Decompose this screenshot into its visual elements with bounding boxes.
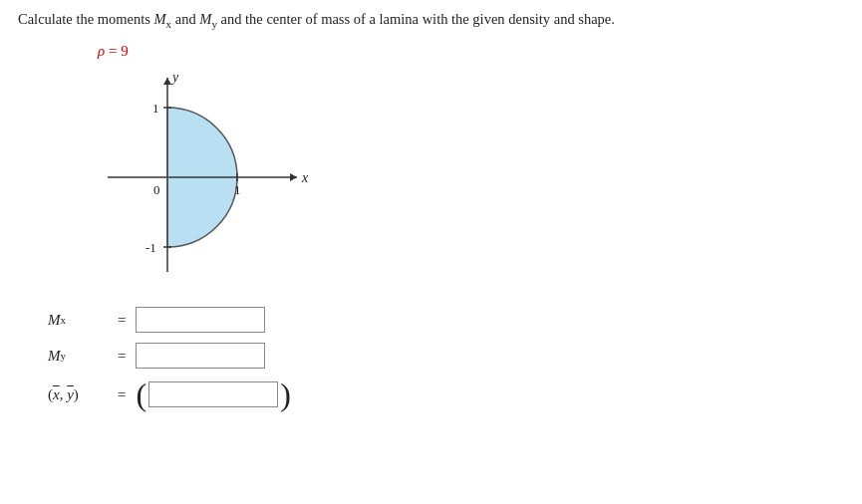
tick-label-x1: 1 — [234, 182, 241, 197]
My-label: My — [48, 348, 108, 365]
centroid-input[interactable] — [148, 381, 278, 407]
y-axis-label: y — [170, 70, 179, 85]
tick-label-yneg1: -1 — [145, 240, 156, 255]
coordinate-graph: x y 0 1 1 -1 — [98, 68, 317, 287]
centroid-equals: = — [118, 386, 126, 403]
y-bar: y — [67, 386, 74, 403]
My-row: My = — [48, 343, 844, 369]
centroid-paren-wrapper: ( ) — [136, 378, 290, 410]
My-equals: = — [118, 348, 126, 365]
left-paren: ( — [136, 378, 146, 410]
Mx-equals: = — [118, 312, 126, 329]
density-label: ρ = 9 — [98, 43, 844, 60]
tick-label-0: 0 — [153, 182, 160, 197]
problem-statement: Calculate the moments Mx and My and the … — [18, 8, 844, 33]
x-bar: x — [53, 386, 60, 403]
My-input[interactable] — [136, 343, 265, 369]
inputs-section: Mx = My = (x, y) = ( ) — [48, 307, 844, 410]
centroid-row: (x, y) = ( ) — [48, 378, 844, 410]
Mx-input[interactable] — [136, 307, 265, 333]
centroid-label: (x, y) — [48, 386, 108, 403]
tick-label-y1: 1 — [152, 101, 159, 116]
right-paren: ) — [280, 378, 291, 410]
x-axis-arrow — [290, 173, 297, 181]
My-text: My — [199, 11, 217, 27]
Mx-text: Mx — [154, 11, 172, 27]
page: Calculate the moments Mx and My and the … — [0, 0, 862, 418]
Mx-row: Mx = — [48, 307, 844, 333]
y-axis-arrow — [163, 78, 171, 85]
Mx-label: Mx — [48, 312, 108, 329]
graph-area: x y 0 1 1 -1 — [98, 68, 317, 287]
x-axis-label: x — [301, 170, 309, 185]
